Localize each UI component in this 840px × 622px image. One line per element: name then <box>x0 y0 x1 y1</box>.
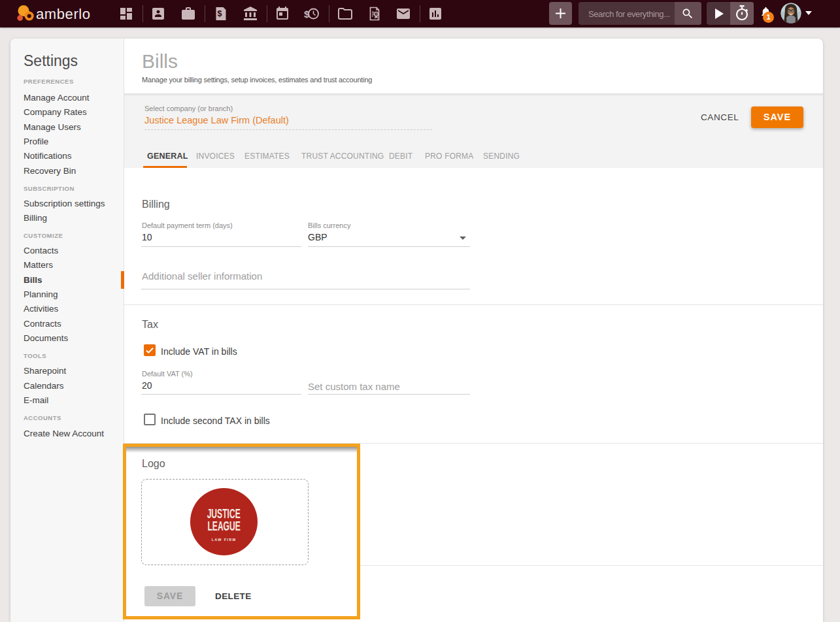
svg-text:$: $ <box>304 8 310 20</box>
svg-text:$: $ <box>218 9 222 18</box>
